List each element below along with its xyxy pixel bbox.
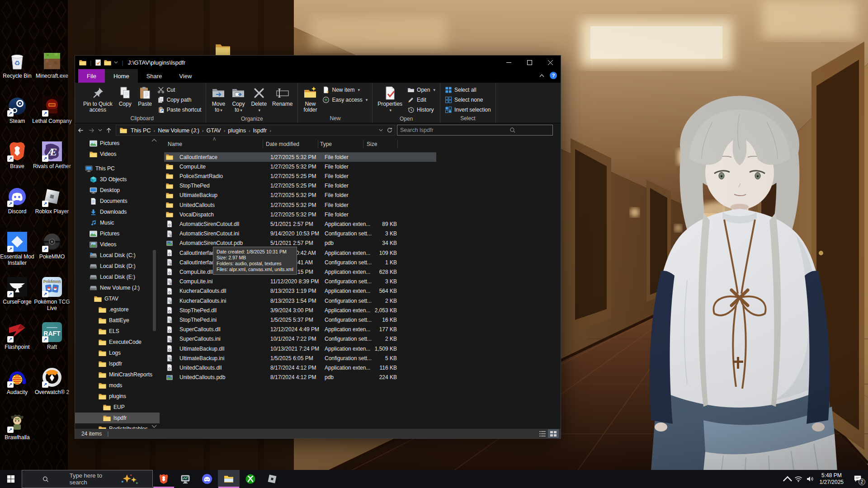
breadcrumb-chevron-icon[interactable]: › bbox=[248, 128, 251, 133]
tab-share[interactable]: Share bbox=[138, 69, 171, 83]
file-row-automaticsirencutout-dll[interactable]: AutomaticSirenCutout.dll5/1/2021 2:57 PM… bbox=[164, 219, 436, 229]
column-header-name[interactable]: Name bbox=[168, 139, 182, 150]
column-separator[interactable] bbox=[363, 140, 363, 148]
column-separator[interactable] bbox=[397, 140, 398, 148]
search-input[interactable]: Search lspdfr bbox=[397, 125, 553, 136]
breadcrumb-chevron-icon[interactable]: › bbox=[201, 128, 205, 133]
desktop-icon-pokemmo[interactable]: ↗PokeMMO bbox=[30, 232, 74, 260]
file-row-policesmartradio[interactable]: PoliceSmartRadio1/27/2025 5:25 PMFile fo… bbox=[164, 171, 436, 181]
details-view-button[interactable] bbox=[537, 429, 548, 438]
nav-item-documents[interactable]: Documents bbox=[75, 196, 160, 206]
file-row-kucheracallouts-dll[interactable]: KucheraCallouts.dll8/13/2023 1:19 PMAppl… bbox=[164, 286, 436, 296]
ribbon-button-rename[interactable]: Rename bbox=[270, 84, 295, 108]
file-row-kucheracallouts-ini[interactable]: KucheraCallouts.ini8/13/2023 1:54 PMConf… bbox=[164, 296, 436, 305]
nav-item-desktop[interactable]: Desktop bbox=[75, 185, 160, 196]
nav-item-videos[interactable]: Videos bbox=[75, 239, 160, 250]
ribbon-button-paste[interactable]: Paste bbox=[136, 84, 155, 108]
file-row-stoptheped-dll[interactable]: StopThePed.dll3/9/2024 3:00 PMApplicatio… bbox=[164, 305, 436, 315]
nav-item-new-volume-j[interactable]: New Volume (J:) bbox=[75, 282, 160, 293]
file-row-automaticsirencutout-ini[interactable]: AutomaticSirenCutout.ini9/14/2020 10:53 … bbox=[164, 229, 436, 239]
breadcrumb-segment-gtav[interactable]: GTAV bbox=[205, 127, 223, 134]
tab-view[interactable]: View bbox=[170, 69, 200, 83]
breadcrumb-chevron-icon[interactable]: › bbox=[269, 128, 272, 133]
desktop-icon-lethal-company[interactable]: ↗Lethal Company bbox=[30, 96, 74, 124]
breadcrumb-segment-this-pc[interactable]: This PC bbox=[129, 127, 152, 134]
ribbon-button-pin-to-quick-access[interactable]: Pin to Quickaccess bbox=[81, 84, 115, 114]
file-row-compulite[interactable]: CompuLite1/27/2025 5:32 PMFile folder bbox=[164, 162, 436, 171]
nav-scrollbar-thumb[interactable] bbox=[153, 250, 156, 331]
recent-locations-chevron-icon[interactable] bbox=[97, 125, 103, 136]
ribbon-button-copy[interactable]: Copy bbox=[116, 84, 135, 108]
nav-item-pictures[interactable]: Pictures bbox=[75, 138, 160, 149]
nav-item-eup[interactable]: EUP bbox=[75, 402, 160, 413]
ribbon-button-open[interactable]: Open▾ bbox=[406, 85, 437, 94]
file-row-ultimatebackup[interactable]: UltimateBackup1/27/2025 5:32 PMFile fold… bbox=[164, 191, 436, 200]
file-row-calloutinterface[interactable]: CalloutInterface1/27/2025 5:32 PMFile fo… bbox=[164, 152, 436, 162]
file-row-ultimatebackup-dll[interactable]: UltimateBackup.dll10/13/2021 7:24 PMAppl… bbox=[164, 344, 436, 353]
file-row-compulite-dll[interactable]: CompuLite.dll8/2/2021 7:15 PMApplication… bbox=[164, 267, 436, 277]
qat-customize-chevron-icon[interactable] bbox=[114, 61, 118, 64]
desktop-icon-brawlhalla[interactable]: ↗Brawlhalla bbox=[0, 413, 39, 441]
breadcrumb-segment-new-volume-j[interactable]: New Volume (J:) bbox=[156, 127, 201, 134]
desktop-icon-pok-mon-tcg-live[interactable]: Pokémon↗Pokémon TCG Live bbox=[30, 277, 74, 311]
file-row-stoptheped[interactable]: StopThePed1/27/2025 5:25 PMFile folder bbox=[164, 181, 436, 191]
qat-properties-icon[interactable] bbox=[95, 59, 101, 66]
file-row-stoptheped-ini[interactable]: StopThePed.ini1/5/2025 5:37 PMConfigurat… bbox=[164, 315, 436, 324]
file-row-unitedcallouts-dll[interactable]: UnitedCallouts.dll8/17/2024 4:12 PMAppli… bbox=[164, 363, 436, 372]
volume-icon[interactable] bbox=[804, 470, 816, 488]
taskbar-app-file-explorer[interactable] bbox=[218, 470, 240, 488]
ribbon-button-new-folder[interactable]: Newfolder bbox=[301, 84, 320, 114]
desktop-icon-rivals-of-aether[interactable]: Æ↗Rivals of Aether bbox=[30, 141, 74, 169]
nav-item-executecode[interactable]: ExecuteCode bbox=[75, 337, 160, 347]
nav-item-lspdfr[interactable]: lspdfr bbox=[75, 413, 160, 423]
column-separator[interactable] bbox=[318, 140, 318, 148]
title-bar[interactable]: | | J:\GTAV\plugins\lspdfr bbox=[75, 56, 561, 69]
taskbar-app-discord[interactable] bbox=[196, 470, 218, 488]
column-header-type[interactable]: Type bbox=[320, 139, 332, 150]
back-icon[interactable] bbox=[75, 125, 86, 136]
nav-item-music[interactable]: Music bbox=[75, 217, 160, 228]
tab-home[interactable]: Home bbox=[105, 69, 138, 83]
taskbar-app-system-monitor[interactable] bbox=[175, 470, 196, 488]
taskbar-clock[interactable]: 5:48 PM 1/27/2025 bbox=[816, 472, 848, 486]
file-row-automaticsirencutout-pdb[interactable]: AutomaticSirenCutout.pdb5/1/2021 2:57 PM… bbox=[164, 239, 436, 248]
ribbon-button-copy-to[interactable]: Copyto▾ bbox=[229, 84, 248, 115]
taskbar-app-xbox[interactable] bbox=[240, 470, 261, 488]
tray-chevron-up-icon[interactable] bbox=[783, 470, 793, 488]
tab-file[interactable]: File bbox=[78, 69, 105, 83]
ribbon-button-copy-path[interactable]: Copy path bbox=[156, 95, 203, 104]
desktop-folder-icon[interactable] bbox=[215, 43, 231, 56]
nav-item-gtav[interactable]: GTAV bbox=[75, 293, 160, 304]
ribbon-button-new-item[interactable]: New item▾ bbox=[321, 85, 369, 94]
nav-item-battleye[interactable]: BattlEye bbox=[75, 315, 160, 326]
file-row-supercallouts-ini[interactable]: SuperCallouts.ini10/1/2024 7:22 PMConfig… bbox=[164, 334, 436, 344]
ribbon-button-cut[interactable]: Cut bbox=[156, 85, 203, 94]
ribbon-button-history[interactable]: History bbox=[406, 105, 437, 114]
close-button[interactable] bbox=[540, 56, 561, 69]
desktop-icon-overwatch-2[interactable]: ↗Overwatch® 2 bbox=[30, 367, 74, 395]
address-dropdown-chevron-icon[interactable] bbox=[379, 129, 383, 131]
qat-new-folder-icon[interactable] bbox=[104, 60, 111, 66]
copilot-sparkle-icon[interactable] bbox=[109, 474, 149, 484]
action-center-button[interactable]: 2 bbox=[848, 470, 868, 488]
column-separator[interactable] bbox=[263, 140, 263, 148]
nav-item-pictures[interactable]: Pictures bbox=[75, 228, 160, 239]
nav-item-lspdfr[interactable]: lspdfr bbox=[75, 358, 160, 369]
maximize-button[interactable] bbox=[519, 56, 540, 69]
column-header-date-modified[interactable]: Date modified bbox=[266, 139, 299, 150]
ribbon-button-properties[interactable]: Properties▾ bbox=[375, 84, 405, 115]
nav-item-mods[interactable]: mods bbox=[75, 380, 160, 391]
ribbon-button-select-none[interactable]: Select none bbox=[443, 95, 493, 104]
file-row-calloutinterface-dll[interactable]: CalloutInterface.dll6/5/2023 10:42 AMApp… bbox=[164, 248, 436, 258]
nav-item-local-disk-c[interactable]: Local Disk (C:) bbox=[75, 250, 160, 261]
column-header-size[interactable]: Size bbox=[367, 139, 377, 150]
minimize-button[interactable] bbox=[498, 56, 519, 69]
refresh-icon[interactable] bbox=[387, 127, 393, 133]
nav-item-local-disk-e[interactable]: Local Disk (E:) bbox=[75, 272, 160, 282]
file-row-calloutinterface-ini[interactable]: CalloutInterface.ini6/4/2023 1:41 AMConf… bbox=[164, 258, 436, 267]
breadcrumb-segment-lspdfr[interactable]: lspdfr bbox=[251, 127, 269, 134]
thumbnail-view-button[interactable] bbox=[548, 429, 559, 438]
ribbon-button-select-all[interactable]: Select all bbox=[443, 85, 493, 94]
nav-item-3d-objects[interactable]: 3D Objects bbox=[75, 174, 160, 185]
nav-item-egstore[interactable]: .egstore bbox=[75, 304, 160, 315]
